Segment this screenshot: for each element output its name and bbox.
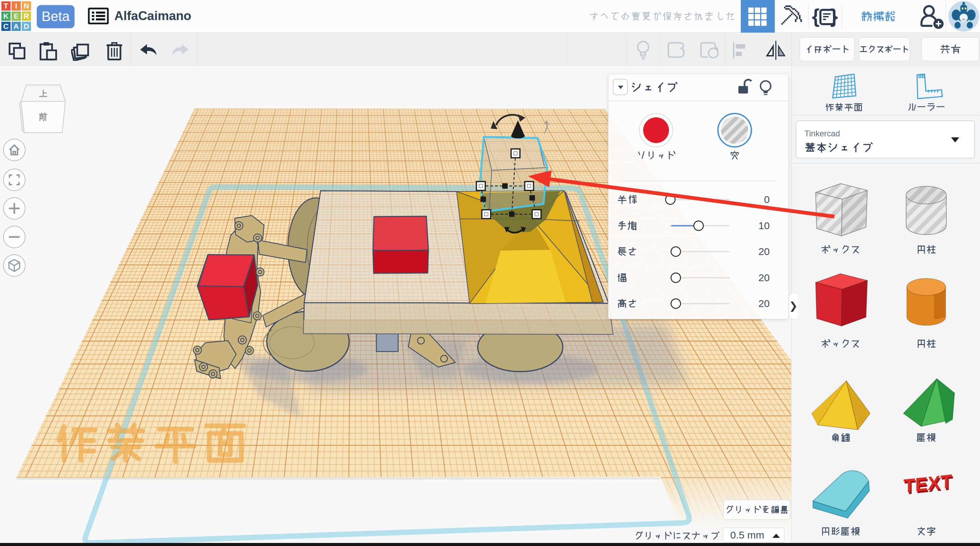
svg-text:10: 10 <box>759 220 770 231</box>
svg-text:Tinkercad: Tinkercad <box>804 129 840 138</box>
svg-text:20: 20 <box>759 246 770 257</box>
svg-text:20: 20 <box>759 298 770 309</box>
svg-text:20: 20 <box>759 272 770 283</box>
svg-text:0: 0 <box>764 194 770 205</box>
